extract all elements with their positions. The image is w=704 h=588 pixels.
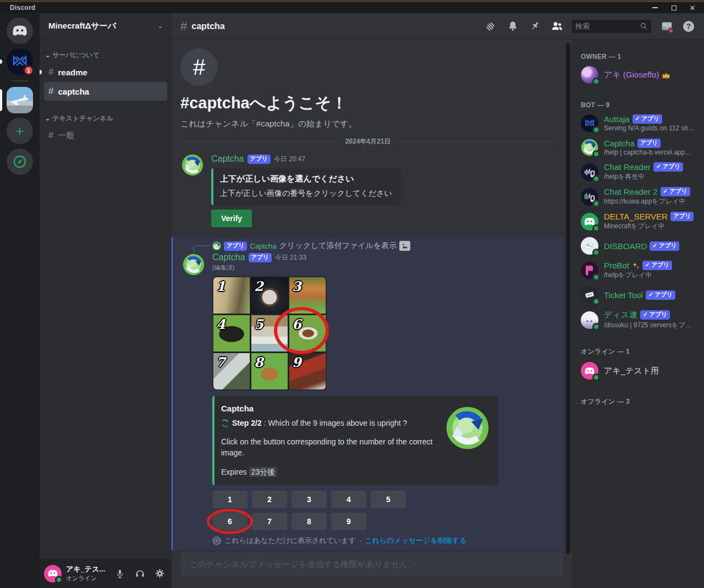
grid-cell-1: 1	[213, 277, 250, 314]
answer-button-1[interactable]: 1	[212, 491, 248, 508]
captcha-image-attachment[interactable]: 1 2 3 4 5 6 7 8 9	[212, 276, 327, 391]
member-name: ディス速	[604, 310, 637, 320]
home-button[interactable]	[7, 18, 33, 44]
server-rail: 1 +	[0, 13, 40, 588]
search-input[interactable]	[575, 22, 640, 30]
selected-pill	[0, 89, 2, 111]
minimize-icon	[652, 7, 658, 8]
user-info[interactable]: アキ_テス... オンライン	[66, 564, 108, 582]
hash-icon: #	[48, 86, 53, 97]
channel-item-readme[interactable]: # readme	[44, 63, 167, 81]
pin-button[interactable]	[528, 20, 541, 33]
mic-button[interactable]	[112, 566, 128, 581]
notifications-button[interactable]	[506, 20, 519, 33]
headphones-button[interactable]	[132, 566, 147, 581]
grid-number: 9	[292, 354, 301, 370]
help-button[interactable]: ?	[682, 20, 695, 33]
answer-button-2[interactable]: 2	[252, 491, 287, 508]
reply-text[interactable]: クリックして添付ファイルを表示	[279, 241, 397, 251]
minimize-button[interactable]	[648, 3, 662, 12]
grid-cell-9: 9	[289, 353, 326, 389]
member-name: ProBot	[604, 261, 629, 270]
answer-button-7[interactable]: 7	[252, 513, 287, 530]
member-badge: ✓ アプリ	[642, 261, 672, 270]
grid-cell-6: 6	[289, 315, 326, 351]
maximize-button[interactable]	[667, 3, 681, 12]
author-name[interactable]: Captcha	[212, 252, 245, 262]
timestamp: 今日 20:47	[274, 155, 305, 164]
server-icon-unread[interactable]: 1	[7, 48, 33, 75]
close-icon: ✕	[690, 4, 696, 12]
grid-cell-8: 8	[251, 353, 288, 389]
user-area: アキ_テス... オンライン	[40, 559, 172, 588]
category-chevron-icon: ⌄	[45, 52, 50, 59]
category-chevron-icon: ⌄	[45, 115, 50, 122]
grid-number: 5	[254, 316, 263, 332]
verify-button[interactable]: Verify	[211, 210, 252, 227]
member-row-captcha[interactable]: Captchaアプリ /help | captcha-b.vercel.app.…	[576, 135, 700, 160]
settings-button[interactable]	[152, 566, 167, 581]
member-row-ticket-tool[interactable]: Ticket Tool✓ アプリ	[576, 283, 700, 307]
reply-bar[interactable]: アプリ Captcha クリックして添付ファイルを表示	[173, 240, 564, 251]
add-server-button[interactable]: +	[7, 118, 33, 144]
eye-icon	[212, 536, 221, 545]
delete-messages-link[interactable]: これらのメッセージを削除する	[365, 536, 466, 546]
airplane-icon	[9, 94, 31, 107]
answer-button-6[interactable]: 6	[212, 513, 248, 530]
online-status-dot	[592, 150, 600, 158]
server-header[interactable]: MinecraftΔサーバ ⌄	[40, 13, 172, 40]
inbox-button[interactable]	[660, 20, 673, 33]
server-name: MinecraftΔサーバ	[48, 21, 158, 31]
member-row-owner[interactable]: アキ (Gioseffo)	[576, 63, 700, 87]
online-status-dot	[592, 175, 600, 183]
grid-number: 6	[292, 316, 301, 332]
bell-icon	[507, 20, 519, 32]
answer-button-9[interactable]: 9	[331, 513, 366, 530]
member-row-chat-reader[interactable]: Chat Reader✓ アプリ /helpを再生中	[576, 160, 700, 184]
maximize-icon	[672, 6, 676, 10]
answer-buttons: 1 2 3 4 5 6 7 8	[212, 491, 406, 530]
member-row-delta-server[interactable]: DELTA_SERVERアプリ Minecraftをプレイ中	[576, 209, 700, 234]
captcha-logo-icon	[183, 254, 205, 276]
pin-icon	[529, 20, 541, 32]
unread-dot	[40, 70, 42, 74]
member-name: アキ (Gioseffo)	[604, 70, 659, 80]
server-icon-current[interactable]	[7, 87, 33, 113]
member-row-auttaja[interactable]: Auttaja✓ アプリ Serving N/A guilds on 112 s…	[576, 111, 700, 135]
channel-item-captcha[interactable]: # captcha	[44, 82, 167, 101]
answer-button-4[interactable]: 4	[331, 491, 366, 508]
avatar[interactable]	[183, 254, 205, 276]
channel-category-text[interactable]: ⌄ テキストチャンネル	[44, 111, 167, 125]
author-name[interactable]: Captcha	[211, 154, 244, 164]
message-input[interactable]	[189, 559, 554, 569]
member-row-dissoku[interactable]: ディス速✓ アプリ /dissoku | 9725 serversをプレ...	[576, 307, 700, 333]
answer-button-5[interactable]: 5	[371, 491, 406, 508]
answer-button-8[interactable]: 8	[292, 513, 327, 530]
channel-item-general[interactable]: # 一般	[44, 126, 167, 145]
category-label: テキストチャンネル	[52, 114, 113, 123]
ephemeral-footer: これらはあなただけに表示されています · これらのメッセージを削除する	[212, 536, 556, 546]
expires-label: Expires	[221, 468, 247, 476]
members-button[interactable]	[550, 20, 563, 33]
close-button[interactable]: ✕	[685, 3, 700, 12]
message-scroll[interactable]: # #captchaへようこそ！ これはチャンネル「#captcha」の始まりで…	[172, 40, 572, 552]
answer-button-3[interactable]: 3	[292, 491, 327, 508]
avatar[interactable]	[182, 154, 204, 176]
welcome-subtitle: これはチャンネル「#captcha」の始まりです。	[180, 119, 556, 129]
divider-date: 2024年4月21日	[341, 137, 395, 146]
member-row-chat-reader-2[interactable]: Chat Reader 2✓ アプリ https://kuwa.appをプレイ中	[576, 184, 700, 209]
member-row-disboard[interactable]: DISBOARD✓ アプリ	[576, 234, 700, 258]
threads-button[interactable]	[484, 20, 497, 33]
reply-author[interactable]: Captcha	[250, 242, 276, 250]
captcha-image-grid[interactable]: 1 2 3 4 5 6 7 8 9	[212, 276, 327, 391]
explore-button[interactable]	[7, 149, 33, 175]
member-row-probot[interactable]: ProBot ✓ アプリ /helpをプレイ中	[576, 258, 700, 283]
member-name: Auttaja	[604, 114, 630, 124]
chat-scrollbar[interactable]	[566, 43, 570, 554]
member-badge: ✓ アプリ	[646, 290, 675, 300]
channel-category-about[interactable]: ⌄ サーバについて	[44, 47, 167, 62]
gear-icon	[155, 568, 165, 579]
member-row-online-user[interactable]: アキ_テスト用	[576, 359, 700, 383]
inbox-notification-dot	[668, 28, 674, 34]
user-avatar[interactable]	[44, 565, 62, 582]
